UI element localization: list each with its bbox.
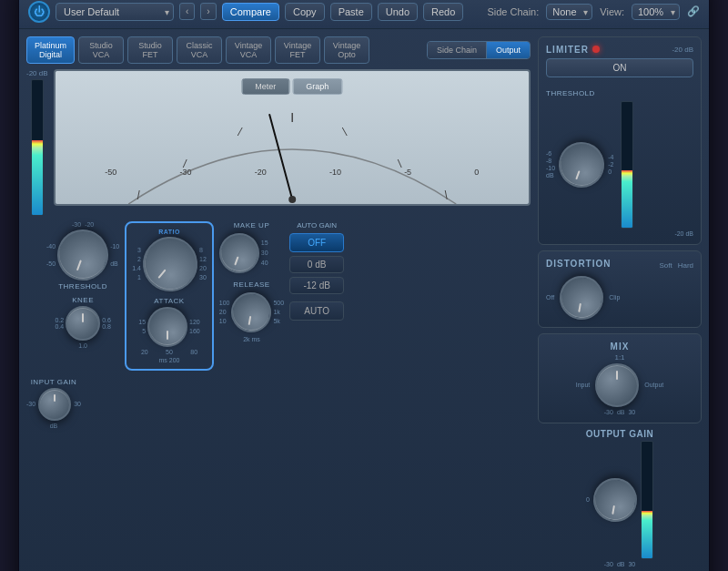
tab-studio-vca[interactable]: StudioVCA	[78, 36, 124, 64]
output-vu-strip	[641, 441, 653, 559]
distortion-knob[interactable]	[556, 272, 607, 323]
redo-button[interactable]: Redo	[423, 3, 463, 21]
threshold-knob[interactable]	[50, 222, 116, 288]
tab-classic-vca[interactable]: ClassicVCA	[177, 36, 222, 64]
input-vu-fill	[32, 140, 43, 214]
mix-section: MIX 1:1 Input Output -30dB30	[538, 333, 702, 423]
input-gain-knob[interactable]	[38, 388, 71, 421]
ratio-group: RATIO 321.41 8122030 ATTACK 155	[125, 221, 214, 371]
side-chain-label: Side Chain:	[487, 6, 539, 17]
side-chain-select[interactable]: None	[546, 4, 592, 20]
distortion-label: DISTORTION	[546, 259, 611, 269]
limiter-label: LIMITER	[546, 45, 589, 55]
meter-controls-row: -20 dB Meter Graph	[26, 69, 531, 216]
meter-arc-svg	[56, 76, 529, 204]
mix-input-label: Input	[576, 382, 591, 388]
input-vu-bar	[31, 79, 44, 216]
auto-gain-section: AUTO GAIN OFF 0 dB -12 dB AUTO	[289, 221, 344, 321]
meter-tab[interactable]: Meter	[241, 78, 289, 95]
input-db-label: -20 dB	[26, 69, 48, 77]
mix-knob[interactable]	[595, 363, 639, 407]
limiter-threshold-knob[interactable]	[552, 135, 611, 193]
limiter-on-btn[interactable]: ON	[546, 58, 693, 77]
right-vu-strip	[621, 101, 633, 229]
output-view-btn[interactable]: Output	[487, 42, 530, 58]
tab-vintage-fet[interactable]: VintageFET	[275, 36, 320, 64]
threshold-group: -30-20 -40 -50 -10 dB THRESHOLD KNEE	[46, 221, 119, 349]
copy-button[interactable]: Copy	[285, 3, 325, 21]
makeup-label: MAKE UP	[219, 221, 284, 229]
left-section: PlatinumDigital StudioVCA StudioFET Clas…	[26, 36, 531, 567]
model-tabs-row: PlatinumDigital StudioVCA StudioFET Clas…	[26, 36, 531, 64]
auto-gain-0db-btn[interactable]: 0 dB	[289, 256, 344, 273]
output-vu-fill	[642, 511, 652, 557]
input-vu-col: -20 dB	[26, 69, 48, 216]
output-gain-label: OUTPUT GAIN	[586, 429, 653, 439]
ratio-label: RATIO	[158, 229, 180, 235]
input-gain-label: INPUT GAIN	[31, 378, 77, 386]
mix-output-label: Output	[644, 382, 663, 388]
limiter-section: LIMITER -20 dB ON THRESHOLD -6-8-10dB -	[538, 36, 702, 245]
toolbar: ⏻ User Default ‹ › Compare Copy Paste Un…	[19, 0, 709, 29]
attack-knob[interactable]	[147, 307, 187, 347]
release-knob[interactable]	[228, 289, 275, 335]
output-gain-knob[interactable]	[590, 474, 641, 525]
ratio-knob[interactable]	[132, 225, 209, 302]
nav-forward-button[interactable]: ›	[200, 3, 216, 20]
svg-line-2	[238, 127, 242, 136]
limiter-status-dot	[592, 46, 600, 53]
tab-platinum-digital[interactable]: PlatinumDigital	[26, 36, 75, 64]
limiter-db-label: -20 dB	[672, 46, 693, 54]
undo-button[interactable]: Undo	[378, 3, 418, 21]
view-select[interactable]: 100%	[632, 4, 680, 20]
output-gain-section: OUTPUT GAIN 0 -30dB30	[538, 429, 702, 567]
plugin-window: Bass ⏻ User Default ‹ › Compare Copy Pas…	[18, 0, 710, 571]
right-vu-fill	[622, 170, 632, 227]
makeup-release-col: MAKE UP 153040 RELEASE 1002010	[219, 221, 284, 342]
link-icon[interactable]: 🔗	[687, 5, 700, 17]
view-label: View:	[600, 6, 624, 17]
graph-tab[interactable]: Graph	[292, 78, 342, 95]
auto-gain-label: AUTO GAIN	[289, 221, 344, 229]
bottom-controls: -30-20 -40 -50 -10 dB THRESHOLD KNEE	[26, 221, 531, 372]
tab-vintage-vca[interactable]: VintageVCA	[226, 36, 271, 64]
knee-label: KNEE	[72, 296, 94, 304]
off-label: Off	[546, 294, 554, 301]
side-chain-view-btn[interactable]: Side Chain	[428, 42, 487, 58]
tab-vintage-opto[interactable]: VintageOpto	[324, 36, 369, 64]
auto-btn[interactable]: AUTO	[289, 301, 344, 321]
input-gain-row: INPUT GAIN -30 30 dB	[26, 378, 531, 429]
tab-studio-fet[interactable]: StudioFET	[127, 36, 173, 64]
threshold-right-label: THRESHOLD	[546, 89, 595, 97]
mix-label: MIX	[611, 342, 630, 352]
attack-label: ATTACK	[154, 297, 184, 305]
svg-line-5	[398, 159, 401, 168]
svg-line-1	[183, 159, 187, 168]
soft-label: Soft	[659, 261, 672, 270]
threshold-label: THRESHOLD	[58, 282, 107, 291]
preset-select[interactable]: User Default	[56, 3, 174, 21]
hard-label: Hard	[678, 261, 693, 270]
release-label: RELEASE	[219, 280, 284, 289]
toolbar-right: Side Chain: None View: 100% 🔗	[487, 4, 700, 20]
meter-display: Meter Graph -50 -30 -20 -10 -5 0	[54, 69, 531, 206]
paste-button[interactable]: Paste	[330, 3, 372, 21]
svg-line-7	[269, 115, 292, 199]
makeup-knob[interactable]	[214, 227, 265, 278]
distortion-section: DISTORTION Soft Hard Off Clip	[538, 250, 702, 328]
svg-point-8	[288, 196, 296, 203]
svg-line-4	[342, 127, 347, 136]
power-button[interactable]: ⏻	[28, 1, 50, 23]
compare-button[interactable]: Compare	[222, 3, 279, 21]
nav-back-button[interactable]: ‹	[179, 3, 195, 20]
mix-ratio-label: 1:1	[614, 353, 624, 362]
auto-gain-off-btn[interactable]: OFF	[289, 233, 344, 252]
main-content: PlatinumDigital StudioVCA StudioFET Clas…	[19, 29, 709, 572]
knee-knob[interactable]	[66, 306, 100, 341]
clip-label: Clip	[609, 294, 620, 301]
right-panel: LIMITER -20 dB ON THRESHOLD -6-8-10dB -	[538, 36, 702, 567]
auto-gain-12db-btn[interactable]: -12 dB	[289, 277, 344, 294]
